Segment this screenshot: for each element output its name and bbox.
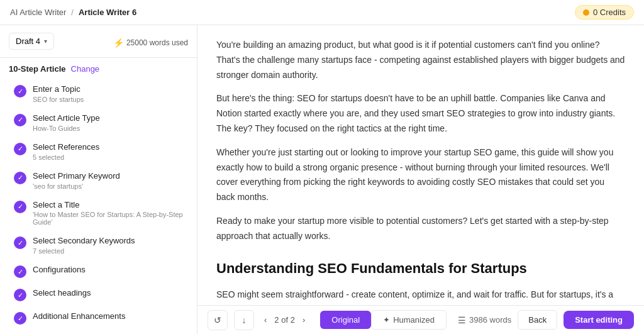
article-heading-1: Understanding SEO Fundamentals for Start… (216, 257, 625, 280)
step-item-3[interactable]: ✓Select References5 selected (9, 138, 188, 165)
step-item-2[interactable]: ✓Select Article TypeHow-To Guides (9, 109, 188, 136)
draft-label: Draft 4 (16, 36, 40, 46)
credits-dot-icon (583, 9, 589, 16)
content-area: You're building an amazing product, but … (197, 25, 644, 334)
step-sub-4: 'seo for startups' (33, 182, 183, 190)
current-page-label: Article Writer 6 (79, 8, 136, 17)
step-label-5: Select a Title (33, 200, 183, 211)
step-label-1: Enter a Topic (33, 84, 183, 95)
step-content-5: Select a Title'How to Master SEO for Sta… (33, 200, 183, 226)
pagination: ‹ 2 of 2 › (260, 314, 309, 326)
top-bar-right: 0 Credits (575, 5, 634, 19)
step-icon-8: ✓ (14, 289, 26, 301)
toolbar-left: ↺ ↓ ‹ 2 of 2 › (208, 310, 309, 330)
breadcrumb-separator: / (71, 8, 74, 17)
tab-original[interactable]: Original (320, 311, 371, 329)
step-content-6: Select Secondary Keywords7 selected (33, 236, 183, 255)
step-sub-1: SEO for startups (33, 96, 183, 103)
toolbar-center: Original ✦ Humanized (320, 310, 447, 330)
sidebar-top: Draft 4 ▾ ⚡ 25000 words used (0, 25, 197, 58)
step-icon-3: ✓ (14, 143, 26, 155)
step-content-8: Select headings (33, 288, 183, 299)
start-editing-button[interactable]: Start editing (564, 311, 634, 329)
step-label-4: Select Primary Keyword (33, 171, 183, 182)
step-item-8[interactable]: ✓Select headings (9, 284, 188, 306)
step-label-6: Select Secondary Keywords (33, 236, 183, 247)
step-item-5[interactable]: ✓Select a Title'How to Master SEO for St… (9, 196, 188, 231)
refresh-icon: ↺ (214, 315, 221, 325)
step-item-6[interactable]: ✓Select Secondary Keywords7 selected (9, 231, 188, 259)
article-para-1: You're building an amazing product, but … (216, 38, 625, 82)
step-content-1: Enter a TopicSEO for startups (33, 84, 183, 103)
step-item-10[interactable]: Generate Article (9, 330, 188, 334)
step-sub-5: 'How to Master SEO for Startups: A Step-… (33, 211, 183, 226)
article-para-4: Ready to make your startup more visible … (216, 214, 625, 244)
words-used-label: 25000 words used (126, 38, 188, 47)
article-para-2: But here's the thing: SEO for startups d… (216, 91, 625, 136)
step-sub-2: How-To Guides (33, 125, 183, 132)
humanized-sparkle-icon: ✦ (383, 315, 390, 325)
word-count-label: 3986 words (469, 315, 511, 325)
step-sub-6: 7 selected (33, 247, 183, 255)
word-count-icon: ☰ (458, 315, 466, 325)
step-icon-1: ✓ (14, 85, 26, 97)
step-sub-3: 5 selected (33, 153, 183, 161)
step-icon-5: ✓ (14, 201, 26, 213)
bottom-toolbar: ↺ ↓ ‹ 2 of 2 › Original ✦ Humanized (197, 305, 644, 334)
step-label-3: Select References (33, 142, 183, 153)
page-prev-button[interactable]: ‹ (260, 314, 270, 326)
word-count: ☰ 3986 words (458, 315, 511, 325)
page-current: 2 of 2 (274, 315, 295, 325)
download-icon: ↓ (242, 315, 247, 325)
page-next-button[interactable]: › (299, 314, 309, 326)
steps-change-button[interactable]: Change (71, 64, 100, 74)
credits-badge: 0 Credits (575, 5, 634, 19)
step-label-2: Select Article Type (33, 113, 183, 124)
credits-label: 0 Credits (593, 8, 626, 17)
refresh-button[interactable]: ↺ (208, 310, 228, 330)
steps-list: ✓Enter a TopicSEO for startups✓Select Ar… (9, 80, 188, 334)
download-button[interactable]: ↓ (234, 310, 254, 330)
step-content-7: Configurations (33, 265, 183, 276)
step-icon-4: ✓ (14, 172, 26, 184)
sidebar: Draft 4 ▾ ⚡ 25000 words used 10-Step Art… (0, 25, 197, 334)
step-content-4: Select Primary Keyword'seo for startups' (33, 171, 183, 190)
sidebar-steps: 10-Step Article Change ✓Enter a TopicSEO… (0, 58, 197, 334)
step-item-7[interactable]: ✓Configurations (9, 260, 188, 282)
article-para-3: Whether you're just starting out or look… (216, 145, 625, 205)
step-label-7: Configurations (33, 265, 183, 276)
step-item-1[interactable]: ✓Enter a TopicSEO for startups (9, 80, 188, 108)
app-name: AI Article Writer (10, 8, 66, 17)
step-icon-6: ✓ (14, 237, 26, 249)
step-label-8: Select headings (33, 288, 183, 299)
sidebar-top-row: Draft 4 ▾ ⚡ 25000 words used (9, 33, 188, 50)
step-content-2: Select Article TypeHow-To Guides (33, 113, 183, 132)
steps-header: 10-Step Article Change (9, 64, 188, 74)
tab-humanized[interactable]: ✦ Humanized (371, 310, 447, 330)
step-icon-2: ✓ (14, 114, 26, 126)
words-used: ⚡ 25000 words used (113, 38, 188, 48)
main-layout: Draft 4 ▾ ⚡ 25000 words used 10-Step Art… (0, 25, 644, 334)
top-bar: AI Article Writer / Article Writer 6 0 C… (0, 0, 644, 25)
breadcrumb: AI Article Writer / Article Writer 6 (10, 8, 136, 17)
lightning-icon: ⚡ (113, 38, 124, 48)
step-content-9: Additional Enhancements (33, 311, 183, 322)
tab-humanized-label: Humanized (393, 315, 435, 325)
toolbar-right: ☰ 3986 words Back Start editing (458, 310, 634, 330)
article-para-5: SEO might seem straightforward - create … (216, 287, 625, 305)
step-item-4[interactable]: ✓Select Primary Keyword'seo for startups… (9, 167, 188, 194)
steps-title: 10-Step Article (9, 64, 66, 74)
article-body: You're building an amazing product, but … (197, 25, 644, 305)
step-label-9: Additional Enhancements (33, 311, 183, 322)
step-icon-7: ✓ (14, 265, 26, 278)
back-button[interactable]: Back (518, 310, 557, 330)
step-icon-9: ✓ (14, 312, 26, 325)
chevron-down-icon: ▾ (44, 38, 47, 45)
draft-selector[interactable]: Draft 4 ▾ (9, 33, 54, 50)
step-content-3: Select References5 selected (33, 142, 183, 161)
step-item-9[interactable]: ✓Additional Enhancements (9, 307, 188, 329)
